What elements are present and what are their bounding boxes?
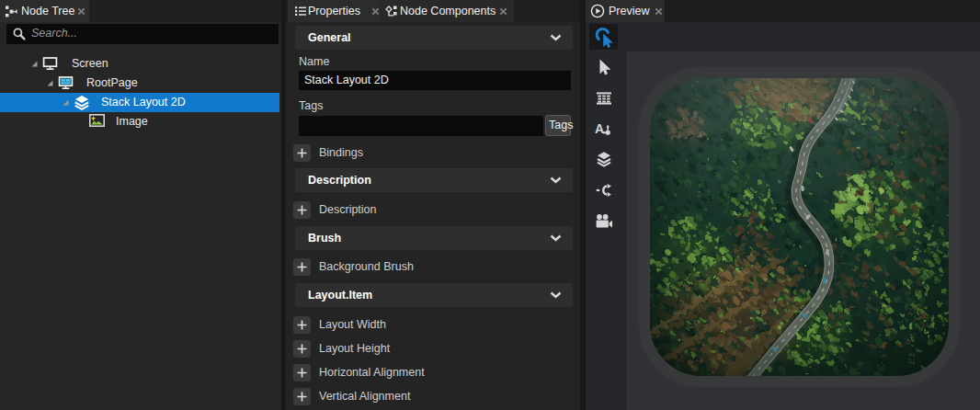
- svg-text:A: A: [595, 121, 604, 136]
